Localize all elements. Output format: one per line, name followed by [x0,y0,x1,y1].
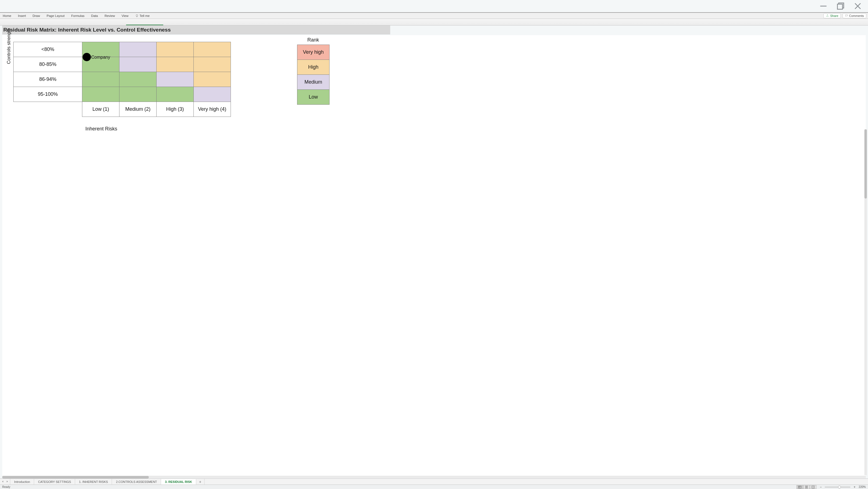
rank-medium: Medium [298,75,330,90]
page-title: Residual Risk Matrix: Inherent Risk Leve… [2,26,390,34]
hscroll-thumb[interactable] [2,476,149,479]
sheet-tab-residual-risk[interactable]: 3. RESIDUAL RISK [161,479,196,485]
sheet-tab-controls-assessment[interactable]: 2.CONTROLS ASSESSMENT [112,479,161,485]
zoom-in-button[interactable]: + [853,485,856,489]
svg-rect-12 [807,486,808,488]
rank-title: Rank [297,37,329,43]
ribbon-tab-insert[interactable]: Insert [18,14,26,18]
row-header-3: 95-100% [13,87,82,102]
comments-label: Comments [849,14,864,18]
cell-0-2[interactable] [157,42,194,57]
rank-legend: Rank Very high High Medium Low [297,37,330,105]
close-button[interactable] [853,1,863,11]
cell-1-3[interactable] [194,57,231,72]
cell-2-2[interactable] [157,72,194,87]
company-marker-label: Company [91,55,110,60]
cell-1-2[interactable] [157,57,194,72]
cell-1-1[interactable] [119,57,157,72]
cell-0-1[interactable] [119,42,157,57]
hscroll-track[interactable] [2,476,866,478]
cell-3-2[interactable] [157,87,194,102]
share-icon [826,14,829,17]
sheet-tab-inherent-risks[interactable]: 1. INHERENT RISKS [75,479,112,485]
worksheet-canvas[interactable]: Controls strength <80% 80-85% 86-94% [2,35,866,478]
zoom-out-button[interactable]: − [819,485,822,489]
sheet-tab-bar: Introduction CATEGORY SETTINGS 1. INHERE… [0,479,868,485]
window-titlebar [0,0,868,12]
col-header-1: Medium (2) [119,102,157,117]
sheet-next-button[interactable] [6,480,8,484]
svg-marker-6 [2,481,3,482]
svg-rect-11 [805,486,806,488]
active-tab-underline [126,25,163,25]
view-pagelayout-button[interactable] [803,485,810,489]
sheet-tab-category-settings[interactable]: CATEGORY SETTINGS [34,479,75,485]
rank-high: High [298,60,330,75]
ribbon-tab-data[interactable]: Data [91,14,98,18]
zoom-slider-thumb[interactable] [838,486,841,488]
vscroll-track[interactable] [864,129,867,475]
status-bar: Ready − + 220% [0,485,868,489]
ribbon-tab-review[interactable]: Review [104,14,115,18]
sheet-tab-introduction[interactable]: Introduction [10,479,34,485]
cell-3-1[interactable] [119,87,157,102]
ribbon: Home Insert Draw Page Layout Formulas Da… [0,12,868,19]
vscroll-thumb[interactable] [864,129,867,199]
share-button[interactable]: Share [824,13,841,18]
sheet-prev-button[interactable] [2,480,4,484]
comment-icon [845,14,848,17]
risk-matrix: <80% 80-85% 86-94% 95-100% [13,42,231,117]
company-marker[interactable] [83,53,91,61]
ribbon-tab-draw[interactable]: Draw [32,14,40,18]
ribbon-tab-formulas[interactable]: Formulas [71,14,85,18]
svg-marker-7 [7,481,8,482]
ribbon-tab-pagelayout[interactable]: Page Layout [46,14,65,18]
col-header-2: High (3) [157,102,194,117]
ribbon-toolstrip [0,19,868,26]
maximize-button[interactable] [836,1,845,11]
col-header-3: Very high (4) [194,102,231,117]
comments-button[interactable]: Comments [842,13,866,18]
corner-blank [13,102,82,117]
svg-rect-2 [838,4,842,9]
cell-3-0[interactable] [82,87,119,102]
add-sheet-button[interactable]: + [196,479,205,485]
cell-2-1[interactable] [119,72,157,87]
y-axis-label: Controls strength [6,28,12,64]
tell-me-search[interactable]: Tell me [135,14,150,18]
status-ready: Ready [2,485,10,488]
rank-low: Low [298,90,330,105]
tell-me-label: Tell me [140,14,150,18]
view-normal-button[interactable] [797,485,803,489]
row-header-0: <80% [13,42,82,57]
row-header-1: 80-85% [13,57,82,72]
col-header-0: Low (1) [82,102,119,117]
rank-veryhigh: Very high [298,45,330,60]
lightbulb-icon [135,14,138,18]
cell-2-0[interactable] [82,72,119,87]
minimize-button[interactable] [819,1,828,11]
zoom-slider[interactable] [825,487,850,487]
cell-3-3[interactable] [194,87,231,102]
view-buttons [797,485,816,489]
cell-2-3[interactable] [194,72,231,87]
ribbon-tab-view[interactable]: View [122,14,129,18]
x-axis-label: Inherent Risks [85,126,117,132]
row-header-2: 86-94% [13,72,82,87]
zoom-level[interactable]: 220% [859,485,866,488]
share-label: Share [830,14,838,18]
ribbon-tab-home[interactable]: Home [3,14,11,18]
cell-0-3[interactable] [194,42,231,57]
svg-rect-8 [799,486,801,488]
sheet-nav [0,479,10,485]
view-pagebreak-button[interactable] [810,485,816,489]
